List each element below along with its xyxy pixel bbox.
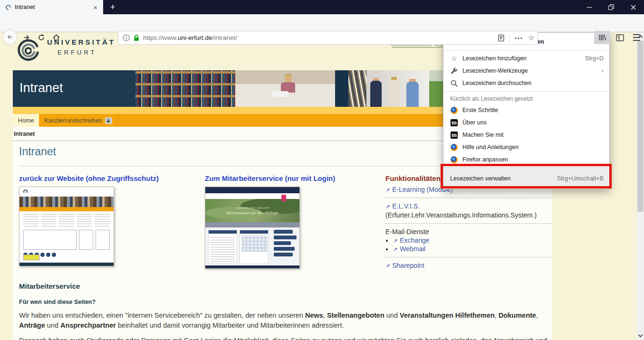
back-button[interactable]	[3, 30, 17, 44]
menu-item-bookmark-search[interactable]: Lesezeichen durchsuchen	[443, 77, 609, 89]
link-sharepoint[interactable]: ↗Sharepoint	[385, 262, 553, 269]
home-button[interactable]	[49, 30, 63, 45]
elvis-subtitle: (Erfurter.Lehr.Veranstaltungs.Informatio…	[385, 211, 553, 219]
library-button[interactable]	[594, 31, 610, 44]
menu-item-bookmark-tools[interactable]: Lesezeichen-Werkzeuge ›	[443, 65, 609, 77]
library-icon	[598, 34, 606, 41]
search-icon	[450, 80, 458, 87]
scroll-down-icon[interactable]	[638, 333, 643, 338]
url-bar[interactable]: https://www.uni-erfurt.de/intranet/ ••• …	[118, 31, 538, 45]
restore-icon	[608, 4, 614, 10]
link-exchange[interactable]: ↗Exchange	[393, 236, 430, 244]
mitarbeiterservice-thumbnail[interactable]: UNIVERSITÄT ERFURT Informationen für Bes…	[205, 187, 300, 269]
tab-close-icon[interactable]: ×	[91, 3, 99, 11]
scrollbar-thumb[interactable]	[637, 41, 644, 212]
tab-bar: Intranet × +	[0, 0, 644, 14]
column-mitarbeiterservice: Zum Mitarbeiterservice (nur mit Login) U…	[205, 174, 390, 269]
reader-mode-icon[interactable]	[498, 34, 505, 42]
function-links: ↗E-Learning (Moodle) ↗E.L.V.I.S. (Erfurt…	[385, 186, 553, 269]
restore-button[interactable]	[600, 0, 622, 14]
thumb-caption: Informationen für Beschäftigte	[226, 210, 279, 215]
second-paragraph: Dennoch haben auch Studierende oder Pers…	[19, 336, 548, 340]
mozilla-favicon: m	[451, 132, 458, 139]
bookmark-ueber-uns[interactable]: m Über uns	[443, 116, 609, 129]
browser-window: Intranet × +	[0, 0, 644, 340]
email-group-label: E-Mail-Dienste	[385, 228, 553, 236]
menu-separator	[443, 91, 609, 92]
external-link-icon: ↗	[385, 187, 390, 193]
close-window-button[interactable]	[622, 0, 644, 14]
bookmark-erste-schritte[interactable]: Erste Schritte	[443, 104, 609, 116]
menu-button[interactable]	[629, 31, 644, 44]
thumb-logo-icon	[23, 189, 28, 194]
external-link-icon: ↗	[385, 204, 390, 209]
close-icon	[631, 5, 636, 10]
section-question: Für wen sind diese Seiten?	[19, 299, 548, 305]
banner-photo-student-desk	[235, 70, 335, 107]
minimize-icon	[587, 7, 592, 8]
website-thumbnail[interactable]	[19, 187, 114, 266]
link-webmail-item: ↗Webmail	[393, 245, 553, 253]
page-info-icon[interactable]	[123, 34, 130, 41]
lock-icon	[105, 117, 112, 124]
mozilla-favicon: m	[451, 119, 458, 126]
bookmark-star-icon[interactable]: ☆	[528, 34, 535, 42]
banner-photo-students	[348, 70, 429, 107]
forward-icon	[23, 34, 30, 41]
column-website: zurück zur Website (ohne Zugriffsschutz)	[19, 174, 207, 266]
bookmark-hilfe-anleitungen[interactable]: Hilfe und Anleitungen	[443, 141, 609, 153]
minimize-button[interactable]	[578, 0, 600, 14]
panel-body: ☆ Lesezeichen hinzufügen Strg+D Lesezeic…	[443, 51, 609, 167]
reload-button[interactable]	[34, 30, 48, 45]
home-icon	[52, 34, 60, 41]
external-link-icon: ↗	[385, 263, 390, 269]
link-webmail[interactable]: ↗Webmail	[393, 245, 425, 253]
banner-title: Intranet	[19, 81, 63, 95]
page-scrollbar[interactable]	[637, 32, 644, 340]
site-tab-home[interactable]: Home	[13, 114, 39, 127]
annotation-highlight-box	[441, 164, 612, 189]
navigation-toolbar: https://www.uni-erfurt.de/intranet/ ••• …	[0, 14, 644, 32]
submenu-chevron-icon: ›	[602, 67, 604, 74]
new-tab-button[interactable]: +	[106, 1, 120, 13]
uni-erfurt-favicon	[5, 3, 12, 11]
sidebar-icon	[616, 34, 624, 41]
page-actions-icon[interactable]: •••	[515, 35, 523, 41]
menu-item-bookmark-add[interactable]: ☆ Lesezeichen hinzufügen Strg+D	[443, 52, 609, 65]
bookmark-machen-sie-mit[interactable]: m Machen Sie mit	[443, 129, 609, 141]
site-tab-kanzlerrundschreiben[interactable]: Kanzlerrundschreiben	[39, 114, 118, 127]
firefox-favicon	[451, 156, 458, 163]
reload-icon	[38, 34, 45, 41]
sidebar-button[interactable]	[612, 31, 627, 44]
shortcut-label: Strg+D	[585, 55, 604, 62]
back-icon	[3, 29, 17, 45]
firefox-favicon	[451, 144, 458, 151]
browser-tab-intranet[interactable]: Intranet ×	[0, 0, 103, 14]
recent-bookmarks-label: Kürzlich als Lesezeichen gesetzt	[443, 94, 609, 104]
intro-paragraph: Wir haben uns entschieden, einen "intern…	[19, 311, 548, 331]
star-icon: ☆	[450, 55, 458, 62]
menu-icon	[633, 34, 640, 35]
forward-button[interactable]	[19, 30, 34, 45]
section-title: Mitarbeiterservice	[19, 282, 548, 290]
urlbar-separator	[509, 34, 510, 42]
https-lock-icon	[133, 34, 140, 42]
breadcrumb[interactable]: Intranet	[14, 131, 35, 137]
wrench-icon	[450, 67, 458, 75]
link-mitarbeiterservice[interactable]: Zum Mitarbeiterservice (nur mit Login)	[205, 174, 390, 182]
link-elvis[interactable]: ↗E.L.V.I.S.	[385, 202, 553, 210]
firefox-favicon	[451, 107, 458, 114]
banner-photo-bookshelf	[135, 70, 235, 107]
link-exchange-item: ↗Exchange	[393, 236, 553, 244]
window-controls	[578, 0, 644, 14]
page-title: Intranet	[19, 145, 56, 158]
link-back-to-website[interactable]: zurück zur Website (ohne Zugriffsschutz)	[19, 174, 207, 182]
mitarbeiterservice-section: Mitarbeiterservice Für wen sind diese Se…	[19, 282, 548, 340]
url-text[interactable]: https://www.uni-erfurt.de/intranet/	[143, 34, 498, 41]
tab-title: Intranet	[15, 4, 91, 10]
